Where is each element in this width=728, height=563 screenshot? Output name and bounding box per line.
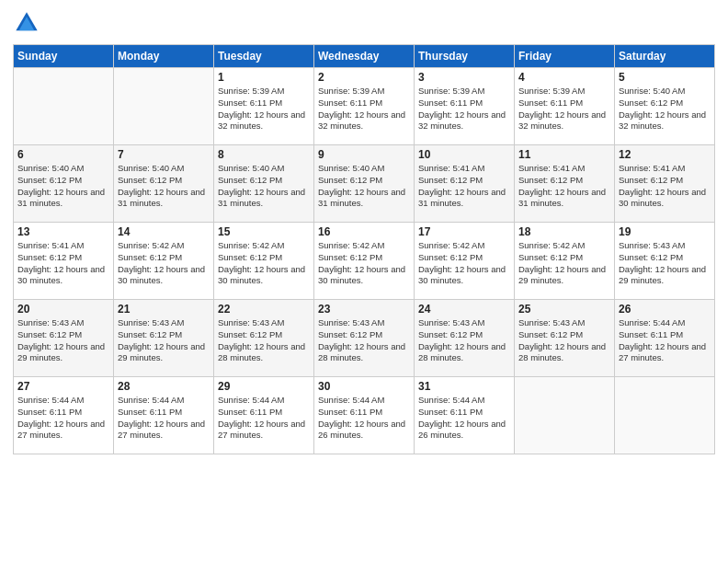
calendar-header-row: SundayMondayTuesdayWednesdayThursdayFrid… bbox=[14, 45, 715, 68]
logo bbox=[13, 9, 44, 37]
calendar-cell: 21Sunrise: 5:43 AMSunset: 6:12 PMDayligh… bbox=[114, 300, 214, 377]
calendar-cell: 5Sunrise: 5:40 AMSunset: 6:12 PMDaylight… bbox=[615, 68, 715, 145]
day-number: 24 bbox=[418, 303, 510, 316]
day-number: 22 bbox=[218, 303, 310, 316]
calendar-cell: 18Sunrise: 5:42 AMSunset: 6:12 PMDayligh… bbox=[515, 223, 615, 300]
calendar-week-1: 1Sunrise: 5:39 AMSunset: 6:11 PMDaylight… bbox=[14, 68, 715, 145]
day-info: Sunrise: 5:41 AMSunset: 6:12 PMDaylight:… bbox=[418, 163, 510, 210]
day-info: Sunrise: 5:43 AMSunset: 6:12 PMDaylight:… bbox=[619, 240, 711, 287]
day-number: 6 bbox=[17, 148, 109, 161]
day-info: Sunrise: 5:44 AMSunset: 6:11 PMDaylight:… bbox=[619, 317, 711, 364]
day-info: Sunrise: 5:43 AMSunset: 6:12 PMDaylight:… bbox=[118, 317, 210, 364]
day-number: 10 bbox=[418, 148, 510, 161]
day-number: 11 bbox=[518, 148, 610, 161]
calendar-header-sunday: Sunday bbox=[14, 45, 114, 68]
day-info: Sunrise: 5:41 AMSunset: 6:12 PMDaylight:… bbox=[518, 163, 610, 210]
calendar-cell bbox=[14, 68, 114, 145]
day-info: Sunrise: 5:44 AMSunset: 6:11 PMDaylight:… bbox=[218, 395, 310, 442]
day-info: Sunrise: 5:40 AMSunset: 6:12 PMDaylight:… bbox=[619, 86, 711, 132]
day-number: 28 bbox=[118, 380, 210, 393]
day-info: Sunrise: 5:42 AMSunset: 6:12 PMDaylight:… bbox=[118, 240, 210, 287]
calendar-cell: 20Sunrise: 5:43 AMSunset: 6:12 PMDayligh… bbox=[14, 300, 114, 377]
day-number: 25 bbox=[518, 303, 610, 316]
day-number: 19 bbox=[619, 225, 711, 238]
calendar-cell: 24Sunrise: 5:43 AMSunset: 6:12 PMDayligh… bbox=[415, 300, 515, 377]
day-info: Sunrise: 5:39 AMSunset: 6:11 PMDaylight:… bbox=[318, 86, 410, 132]
day-info: Sunrise: 5:43 AMSunset: 6:12 PMDaylight:… bbox=[17, 317, 109, 364]
day-number: 3 bbox=[418, 71, 510, 84]
day-info: Sunrise: 5:42 AMSunset: 6:12 PMDaylight:… bbox=[518, 240, 610, 287]
calendar-cell: 17Sunrise: 5:42 AMSunset: 6:12 PMDayligh… bbox=[415, 223, 515, 300]
day-number: 8 bbox=[218, 148, 310, 161]
calendar-cell: 26Sunrise: 5:44 AMSunset: 6:11 PMDayligh… bbox=[615, 300, 715, 377]
day-info: Sunrise: 5:42 AMSunset: 6:12 PMDaylight:… bbox=[418, 240, 510, 287]
calendar-cell: 12Sunrise: 5:41 AMSunset: 6:12 PMDayligh… bbox=[615, 145, 715, 223]
day-number: 14 bbox=[118, 225, 210, 238]
day-info: Sunrise: 5:43 AMSunset: 6:12 PMDaylight:… bbox=[418, 317, 510, 364]
calendar-header-saturday: Saturday bbox=[615, 45, 715, 68]
day-info: Sunrise: 5:44 AMSunset: 6:11 PMDaylight:… bbox=[118, 395, 210, 442]
calendar-header-friday: Friday bbox=[515, 45, 615, 68]
day-number: 15 bbox=[218, 225, 310, 238]
calendar-week-3: 13Sunrise: 5:41 AMSunset: 6:12 PMDayligh… bbox=[14, 223, 715, 300]
day-number: 30 bbox=[318, 380, 410, 393]
day-info: Sunrise: 5:40 AMSunset: 6:12 PMDaylight:… bbox=[318, 163, 410, 210]
day-number: 4 bbox=[518, 71, 610, 84]
day-number: 20 bbox=[17, 303, 109, 316]
calendar-cell: 16Sunrise: 5:42 AMSunset: 6:12 PMDayligh… bbox=[314, 223, 415, 300]
calendar-cell: 31Sunrise: 5:44 AMSunset: 6:11 PMDayligh… bbox=[415, 377, 515, 454]
calendar-cell: 25Sunrise: 5:43 AMSunset: 6:12 PMDayligh… bbox=[515, 300, 615, 377]
day-number: 9 bbox=[318, 148, 410, 161]
day-info: Sunrise: 5:41 AMSunset: 6:12 PMDaylight:… bbox=[619, 163, 711, 210]
day-info: Sunrise: 5:40 AMSunset: 6:12 PMDaylight:… bbox=[17, 163, 109, 210]
header bbox=[13, 9, 715, 37]
calendar-cell: 3Sunrise: 5:39 AMSunset: 6:11 PMDaylight… bbox=[415, 68, 515, 145]
day-number: 7 bbox=[118, 148, 210, 161]
day-number: 17 bbox=[418, 225, 510, 238]
calendar-header-tuesday: Tuesday bbox=[214, 45, 314, 68]
calendar-cell: 9Sunrise: 5:40 AMSunset: 6:12 PMDaylight… bbox=[314, 145, 415, 223]
day-info: Sunrise: 5:40 AMSunset: 6:12 PMDaylight:… bbox=[118, 163, 210, 210]
day-number: 1 bbox=[218, 71, 310, 84]
day-number: 5 bbox=[619, 71, 711, 84]
day-info: Sunrise: 5:44 AMSunset: 6:11 PMDaylight:… bbox=[17, 395, 109, 442]
calendar-cell: 2Sunrise: 5:39 AMSunset: 6:11 PMDaylight… bbox=[314, 68, 415, 145]
day-number: 29 bbox=[218, 380, 310, 393]
calendar-week-2: 6Sunrise: 5:40 AMSunset: 6:12 PMDaylight… bbox=[14, 145, 715, 223]
logo-icon bbox=[13, 9, 40, 37]
calendar-cell: 6Sunrise: 5:40 AMSunset: 6:12 PMDaylight… bbox=[14, 145, 114, 223]
day-number: 31 bbox=[418, 380, 510, 393]
calendar-cell: 28Sunrise: 5:44 AMSunset: 6:11 PMDayligh… bbox=[114, 377, 214, 454]
calendar-cell: 14Sunrise: 5:42 AMSunset: 6:12 PMDayligh… bbox=[114, 223, 214, 300]
calendar-cell: 15Sunrise: 5:42 AMSunset: 6:12 PMDayligh… bbox=[214, 223, 314, 300]
day-number: 18 bbox=[518, 225, 610, 238]
calendar-cell: 30Sunrise: 5:44 AMSunset: 6:11 PMDayligh… bbox=[314, 377, 415, 454]
calendar-cell bbox=[515, 377, 615, 454]
calendar: SundayMondayTuesdayWednesdayThursdayFrid… bbox=[13, 44, 715, 454]
calendar-week-4: 20Sunrise: 5:43 AMSunset: 6:12 PMDayligh… bbox=[14, 300, 715, 377]
day-info: Sunrise: 5:39 AMSunset: 6:11 PMDaylight:… bbox=[518, 86, 610, 132]
calendar-cell: 19Sunrise: 5:43 AMSunset: 6:12 PMDayligh… bbox=[615, 223, 715, 300]
calendar-header-monday: Monday bbox=[114, 45, 214, 68]
calendar-cell: 11Sunrise: 5:41 AMSunset: 6:12 PMDayligh… bbox=[515, 145, 615, 223]
day-info: Sunrise: 5:42 AMSunset: 6:12 PMDaylight:… bbox=[318, 240, 410, 287]
day-number: 21 bbox=[118, 303, 210, 316]
calendar-cell: 13Sunrise: 5:41 AMSunset: 6:12 PMDayligh… bbox=[14, 223, 114, 300]
day-info: Sunrise: 5:39 AMSunset: 6:11 PMDaylight:… bbox=[218, 86, 310, 132]
calendar-header-wednesday: Wednesday bbox=[314, 45, 415, 68]
calendar-cell bbox=[615, 377, 715, 454]
page: SundayMondayTuesdayWednesdayThursdayFrid… bbox=[0, 0, 728, 563]
calendar-week-5: 27Sunrise: 5:44 AMSunset: 6:11 PMDayligh… bbox=[14, 377, 715, 454]
calendar-cell: 10Sunrise: 5:41 AMSunset: 6:12 PMDayligh… bbox=[415, 145, 515, 223]
day-info: Sunrise: 5:44 AMSunset: 6:11 PMDaylight:… bbox=[318, 395, 410, 442]
day-info: Sunrise: 5:39 AMSunset: 6:11 PMDaylight:… bbox=[418, 86, 510, 132]
day-number: 13 bbox=[17, 225, 109, 238]
day-info: Sunrise: 5:41 AMSunset: 6:12 PMDaylight:… bbox=[17, 240, 109, 287]
calendar-header-thursday: Thursday bbox=[415, 45, 515, 68]
day-number: 27 bbox=[17, 380, 109, 393]
day-number: 26 bbox=[619, 303, 711, 316]
day-number: 2 bbox=[318, 71, 410, 84]
day-info: Sunrise: 5:43 AMSunset: 6:12 PMDaylight:… bbox=[518, 317, 610, 364]
calendar-cell: 1Sunrise: 5:39 AMSunset: 6:11 PMDaylight… bbox=[214, 68, 314, 145]
calendar-cell bbox=[114, 68, 214, 145]
